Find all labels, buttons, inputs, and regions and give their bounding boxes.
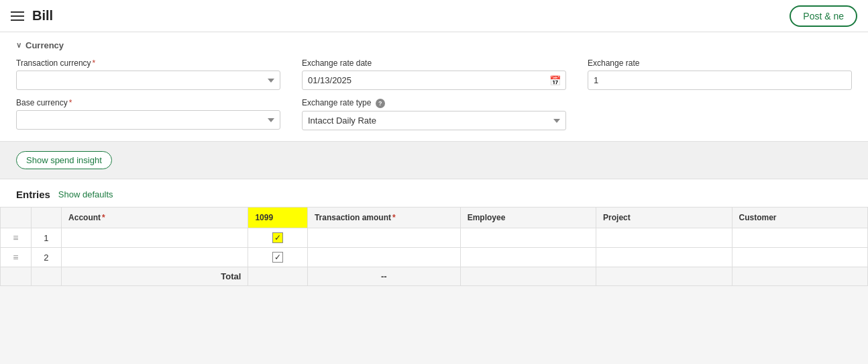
show-defaults-link[interactable]: Show defaults	[58, 189, 113, 199]
table-header-row: Account* 1099 Transaction amount* Employ…	[1, 208, 868, 228]
entries-section: Entries Show defaults Account* 1099 Tran…	[0, 179, 868, 286]
col-header-project: Project	[596, 208, 732, 228]
currency-section-label: Currency	[25, 40, 64, 50]
page-title: Bill	[32, 8, 53, 24]
total-1099-col	[248, 267, 308, 286]
exchange-rate-type-group: Exchange rate type ? Intacct Daily Rate	[302, 98, 566, 130]
entries-table: Account* 1099 Transaction amount* Employ…	[0, 207, 868, 286]
col1099-cell-2[interactable]: ✓	[248, 248, 308, 267]
transaction-currency-group: Transaction currency*	[16, 58, 280, 90]
show-spend-insight-button[interactable]: Show spend insight	[16, 151, 112, 169]
row-number-1: 1	[31, 228, 62, 248]
help-icon[interactable]: ?	[376, 99, 385, 108]
entries-table-body: ≡ 1 ✓ ≡ 2	[1, 228, 868, 286]
exchange-rate-input[interactable]	[588, 71, 852, 90]
header: Bill Post & ne	[0, 0, 868, 32]
menu-icon[interactable]	[11, 11, 24, 21]
customer-cell-2[interactable]	[732, 248, 868, 267]
entries-header: Entries Show defaults	[0, 189, 868, 207]
checkbox-1099-row2[interactable]: ✓	[272, 252, 283, 263]
customer-cell-1[interactable]	[732, 228, 868, 248]
exchange-rate-label: Exchange rate	[588, 58, 852, 68]
account-cell-1[interactable]	[62, 228, 248, 248]
row-number-2: 2	[31, 248, 62, 267]
total-employee-col	[460, 267, 596, 286]
total-row: Total --	[1, 267, 868, 286]
table-row: ≡ 2 ✓	[1, 248, 868, 267]
base-currency-group: Base currency*	[16, 98, 280, 130]
amount-cell-1[interactable]	[307, 228, 460, 248]
exchange-rate-type-label: Exchange rate type ?	[302, 98, 566, 108]
col-header-customer: Customer	[732, 208, 868, 228]
currency-section-header[interactable]: ∨ Currency	[16, 40, 852, 50]
spend-insight-bar: Show spend insight	[0, 142, 868, 179]
header-left: Bill	[11, 8, 53, 24]
transaction-currency-select[interactable]	[16, 71, 280, 90]
project-cell-1[interactable]	[596, 228, 732, 248]
drag-icon: ≡	[7, 252, 24, 263]
employee-cell-2[interactable]	[460, 248, 596, 267]
empty-col	[588, 98, 852, 130]
currency-section: ∨ Currency Transaction currency* Exchang…	[0, 32, 868, 142]
transaction-currency-label: Transaction currency*	[16, 58, 280, 68]
post-button[interactable]: Post & ne	[790, 5, 857, 27]
account-cell-2[interactable]	[62, 248, 248, 267]
total-project-col	[596, 267, 732, 286]
base-currency-select[interactable]	[16, 110, 280, 130]
exchange-rate-group: Exchange rate	[588, 58, 852, 90]
main-content: ∨ Currency Transaction currency* Exchang…	[0, 32, 868, 286]
checkbox-1099-row1[interactable]: ✓	[272, 232, 283, 243]
project-cell-2[interactable]	[596, 248, 732, 267]
drag-handle-1[interactable]: ≡	[1, 228, 32, 248]
exchange-rate-date-input[interactable]	[302, 71, 566, 90]
drag-icon: ≡	[7, 232, 24, 243]
entries-table-head: Account* 1099 Transaction amount* Employ…	[1, 208, 868, 228]
table-row: ≡ 1 ✓	[1, 228, 868, 248]
exchange-rate-date-label: Exchange rate date	[302, 58, 566, 68]
total-drag-col	[1, 267, 32, 286]
total-num-col	[31, 267, 62, 286]
total-label: Total	[62, 267, 248, 286]
base-currency-label: Base currency*	[16, 98, 280, 107]
currency-form-grid: Transaction currency* Exchange rate date…	[16, 58, 852, 130]
col1099-cell-1[interactable]: ✓	[248, 228, 308, 248]
col-header-drag	[1, 208, 32, 228]
col-header-amount: Transaction amount*	[307, 208, 460, 228]
date-wrapper: 📅	[302, 71, 566, 90]
amount-cell-2[interactable]	[307, 248, 460, 267]
col-header-1099: 1099	[248, 208, 308, 228]
col-header-num	[31, 208, 62, 228]
exchange-rate-type-select[interactable]: Intacct Daily Rate	[302, 111, 566, 130]
exchange-rate-date-group: Exchange rate date 📅	[302, 58, 566, 90]
col-header-employee: Employee	[460, 208, 596, 228]
employee-cell-1[interactable]	[460, 228, 596, 248]
col-header-account: Account*	[62, 208, 248, 228]
total-customer-col	[732, 267, 868, 286]
chevron-down-icon: ∨	[16, 41, 21, 50]
total-value: --	[307, 267, 460, 286]
drag-handle-2[interactable]: ≡	[1, 248, 32, 267]
entries-title: Entries	[16, 189, 50, 200]
